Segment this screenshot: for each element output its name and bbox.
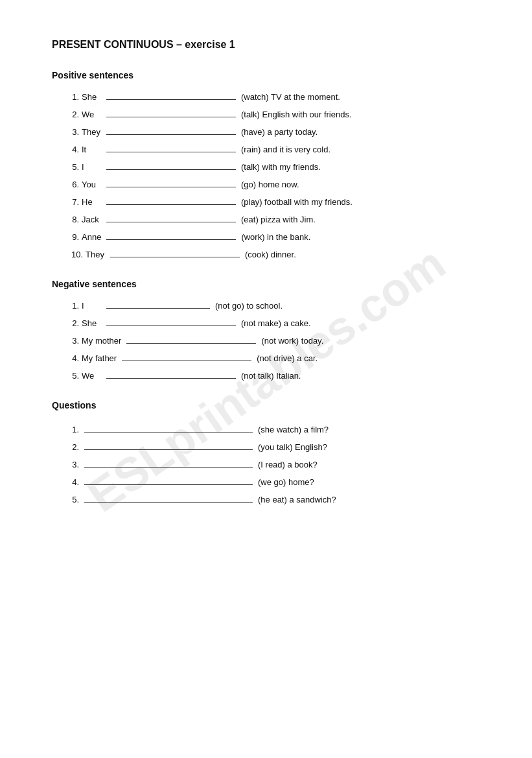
list-item: 5. I (talk) with my friends. (65, 161, 480, 172)
answer-blank (110, 248, 240, 257)
negative-list: 1. I (not go) to school. 2. She (not mak… (52, 300, 480, 381)
list-item: 8. Jack (eat) pizza with Jim. (65, 213, 480, 224)
list-item: 1. I (not go) to school. (65, 300, 480, 311)
answer-blank (126, 335, 256, 344)
answer-blank (84, 423, 253, 432)
item-number: 5. (65, 495, 79, 504)
item-subject: She (82, 318, 101, 328)
answer-blank (106, 317, 236, 326)
positive-section: Positive sentences 1. She (watch) TV at … (52, 70, 480, 259)
item-hint: (cook) dinner. (245, 250, 296, 259)
item-number: 1. (65, 301, 79, 311)
item-hint: (talk) English with our friends. (241, 110, 352, 119)
item-subject: I (82, 301, 101, 311)
list-item: 3. They (have) a party today. (65, 126, 480, 137)
item-hint: (not go) to school. (215, 301, 283, 311)
item-hint: (go) home now. (241, 180, 299, 189)
item-subject: We (82, 110, 101, 119)
item-hint: (not make) a cake. (241, 318, 311, 328)
list-item: 2. She (not make) a cake. (65, 317, 480, 328)
answer-blank (106, 231, 236, 240)
item-hint: (watch) TV at the moment. (241, 92, 340, 102)
item-number: 6. (65, 180, 79, 189)
positive-list: 1. She (watch) TV at the moment. 2. We (… (52, 91, 480, 259)
list-item: 2. We (talk) English with our friends. (65, 108, 480, 119)
item-subject: You (82, 180, 101, 189)
negative-section: Negative sentences 1. I (not go) to scho… (52, 279, 480, 381)
list-item: 10. They (cook) dinner. (65, 248, 480, 259)
list-item: 4. My father (not drive) a car. (65, 352, 480, 363)
questions-section: Questions 1. (she watch) a film? 2. (you… (52, 400, 480, 504)
list-item: 2. (you talk) English? (52, 441, 480, 452)
item-number: 7. (65, 197, 79, 207)
item-number: 8. (65, 215, 79, 224)
item-subject: He (82, 197, 101, 207)
answer-blank (106, 178, 236, 187)
item-hint: (work) in the bank. (241, 232, 310, 242)
item-number: 4. (65, 477, 79, 487)
answer-blank (106, 126, 236, 135)
item-number: 3. (65, 336, 79, 346)
item-number: 2. (65, 110, 79, 119)
answer-blank (84, 493, 253, 503)
item-hint: (play) football with my friends. (241, 197, 353, 207)
item-hint: (we go) home? (258, 477, 314, 487)
item-hint: (eat) pizza with Jim. (241, 215, 316, 224)
item-subject: Jack (82, 215, 101, 224)
list-item: 3. My mother (not work) today. (65, 335, 480, 346)
positive-section-title: Positive sentences (52, 70, 480, 80)
answer-blank (106, 143, 236, 152)
item-number: 9. (65, 232, 79, 242)
negative-section-title: Negative sentences (52, 279, 480, 289)
list-item: 3. (I read) a book? (52, 458, 480, 469)
item-hint: (rain) and it is very cold. (241, 145, 330, 154)
list-item: 5. We (not talk) Italian. (65, 370, 480, 381)
item-number: 2. (65, 318, 79, 328)
list-item: 9. Anne (work) in the bank. (65, 231, 480, 242)
item-number: 1. (65, 425, 79, 434)
item-subject: I (82, 162, 101, 172)
answer-blank (84, 458, 253, 468)
answer-blank (106, 196, 236, 205)
item-subject: They (82, 127, 101, 137)
list-item: 1. She (watch) TV at the moment. (65, 91, 480, 102)
item-number: 3. (65, 460, 79, 469)
item-hint: (not talk) Italian. (241, 371, 301, 381)
item-hint: (talk) with my friends. (241, 162, 321, 172)
item-number: 2. (65, 442, 79, 452)
item-number: 1. (65, 92, 79, 102)
questions-section-title: Questions (52, 400, 480, 410)
item-number: 3. (65, 127, 79, 137)
item-hint: (he eat) a sandwich? (258, 495, 336, 504)
item-number: 10. (65, 250, 83, 259)
item-subject: She (82, 92, 101, 102)
answer-blank (106, 108, 236, 117)
item-subject: We (82, 371, 101, 381)
list-item: 1. (she watch) a film? (52, 423, 480, 434)
answer-blank (106, 300, 210, 309)
item-number: 5. (65, 162, 79, 172)
list-item: 5. (he eat) a sandwich? (52, 493, 480, 504)
item-number: 4. (65, 353, 79, 363)
answer-blank (84, 476, 253, 485)
answer-blank (106, 91, 236, 100)
item-hint: (not drive) a car. (257, 353, 318, 363)
page-title: PRESENT CONTINUOUS – exercise 1 (52, 39, 480, 51)
item-number: 4. (65, 145, 79, 154)
item-number: 5. (65, 371, 79, 381)
answer-blank (106, 370, 236, 379)
questions-list: 1. (she watch) a film? 2. (you talk) Eng… (52, 423, 480, 504)
item-hint: (you talk) English? (258, 442, 327, 452)
item-hint: (have) a party today. (241, 127, 318, 137)
item-subject: They (86, 250, 105, 259)
answer-blank (106, 213, 236, 222)
list-item: 4. (we go) home? (52, 476, 480, 487)
answer-blank (106, 161, 236, 170)
item-subject: Anne (82, 232, 101, 242)
answer-blank (84, 441, 253, 450)
item-subject: My mother (82, 336, 121, 346)
item-hint: (not work) today. (261, 336, 323, 346)
item-subject: It (82, 145, 101, 154)
item-hint: (I read) a book? (258, 460, 318, 469)
list-item: 6. You (go) home now. (65, 178, 480, 189)
